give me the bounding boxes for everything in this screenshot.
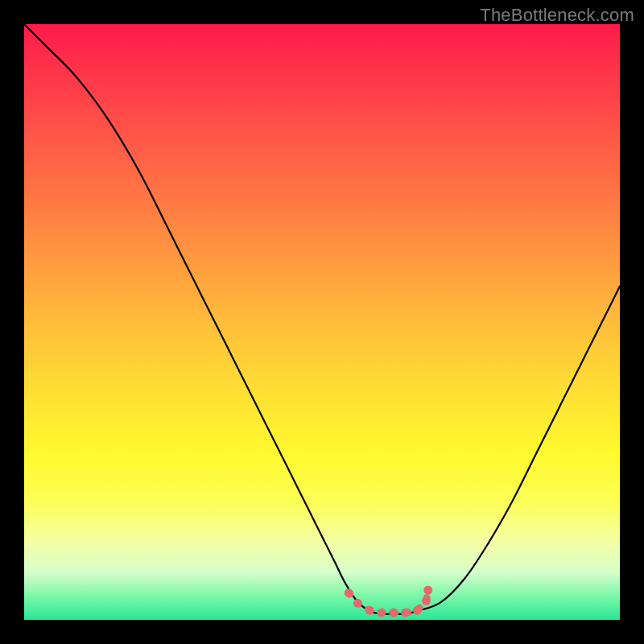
watermark-text: TheBottleneck.com	[480, 5, 634, 26]
marker-dot	[401, 609, 410, 617]
marker-dot	[353, 599, 362, 608]
highlight-markers	[345, 586, 432, 617]
marker-dot	[378, 609, 386, 617]
marker-dot	[345, 588, 353, 597]
marker-dot	[365, 606, 374, 615]
plot-area	[24, 24, 620, 620]
marker-dot	[422, 597, 431, 605]
bottleneck-curve	[24, 24, 620, 614]
marker-dot	[389, 609, 398, 617]
chart-svg	[24, 24, 620, 620]
chart-frame: TheBottleneck.com	[0, 0, 644, 644]
marker-dot	[423, 586, 432, 595]
marker-dot	[413, 606, 422, 615]
